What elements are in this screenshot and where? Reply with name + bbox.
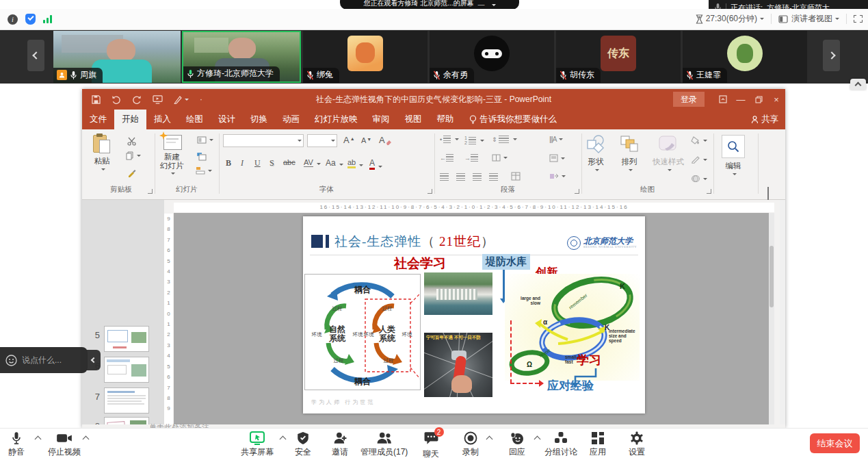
- video-tile[interactable]: 传东 胡传东: [556, 31, 681, 83]
- font-color-button[interactable]: A: [369, 158, 382, 170]
- increase-font-button[interactable]: A▲: [343, 135, 355, 145]
- new-slide-button[interactable]: 新建 幻灯片: [160, 133, 184, 177]
- align-right-button[interactable]: [473, 173, 482, 181]
- breakout-rooms-button[interactable]: 分组讨论: [544, 431, 577, 458]
- increase-indent-button[interactable]: →: [464, 154, 478, 162]
- clipboard-dialog-launcher[interactable]: [148, 189, 153, 194]
- manage-members-button[interactable]: 管理成员(17): [360, 431, 408, 458]
- font-name-combo[interactable]: [223, 134, 304, 147]
- share-button[interactable]: 共享: [751, 110, 778, 129]
- share-screen-button[interactable]: 共享屏幕: [241, 431, 274, 458]
- text-shadow-button[interactable]: S: [269, 158, 274, 168]
- text-direction-button[interactable]: |||A: [549, 136, 563, 143]
- edit-button[interactable]: 编辑: [722, 135, 745, 177]
- video-tile[interactable]: 王婕霏: [683, 31, 807, 83]
- tab-animations[interactable]: 动画: [275, 110, 307, 129]
- highlight-button[interactable]: ab: [347, 158, 363, 168]
- chat-button[interactable]: 2 聊天: [423, 431, 439, 458]
- qat-more-button[interactable]: ·: [200, 94, 202, 104]
- chat-quick-bar[interactable]: 说点什么...: [0, 347, 88, 373]
- smartart-button[interactable]: [549, 172, 566, 181]
- bullets-button[interactable]: •: [440, 136, 459, 143]
- align-center-button[interactable]: [456, 173, 465, 181]
- drawing-dialog-launcher[interactable]: [707, 189, 711, 194]
- char-spacing-button[interactable]: AV: [304, 158, 321, 167]
- numbering-button[interactable]: 12: [464, 136, 484, 145]
- align-text-button[interactable]: [549, 154, 565, 162]
- ink-tools-button[interactable]: [174, 95, 189, 104]
- paragraph-dialog-launcher[interactable]: [575, 189, 579, 194]
- video-tile[interactable]: 周旗: [53, 31, 181, 83]
- slide-thumbnail[interactable]: [104, 326, 149, 352]
- slide-thumbnail[interactable]: [104, 357, 149, 383]
- ribbon-display-options-button[interactable]: [714, 89, 732, 110]
- fullscreen-icon[interactable]: [854, 15, 863, 23]
- reaction-options-chevron[interactable]: [534, 436, 541, 443]
- align-left-button[interactable]: [440, 173, 449, 181]
- close-button[interactable]: ×: [767, 89, 785, 110]
- chevron-down-icon[interactable]: [835, 18, 839, 22]
- shape-effects-button[interactable]: [691, 175, 707, 183]
- strikethrough-button[interactable]: abc: [283, 158, 295, 166]
- chat-collapse-handle[interactable]: [86, 350, 101, 370]
- meeting-timer[interactable]: 27:30(60分钟): [706, 13, 757, 25]
- settings-button[interactable]: 设置: [629, 431, 645, 458]
- line-spacing-button[interactable]: ⇕: [492, 136, 517, 143]
- underline-button[interactable]: U: [254, 158, 261, 168]
- minimize-button[interactable]: —: [732, 89, 750, 110]
- tab-slideshow[interactable]: 幻灯片放映: [307, 110, 365, 129]
- view-mode[interactable]: 演讲者视图: [791, 13, 832, 25]
- security-button[interactable]: 安全: [295, 431, 311, 458]
- video-tile[interactable]: 余有勇: [430, 31, 554, 83]
- change-case-button[interactable]: Aa: [326, 158, 343, 168]
- tab-home[interactable]: 开始: [114, 110, 146, 129]
- tab-help[interactable]: 帮助: [430, 110, 462, 129]
- record-button[interactable]: 录制: [462, 431, 479, 458]
- reaction-button[interactable]: 回应: [509, 431, 525, 458]
- quick-styles-button[interactable]: 快速样式: [653, 135, 684, 173]
- add-table-button[interactable]: [511, 172, 521, 181]
- video-tile-active[interactable]: 方修琦-北京师范大学: [182, 31, 301, 83]
- video-options-chevron[interactable]: [83, 436, 90, 443]
- tell-me-box[interactable]: 告诉我你想要做什么: [462, 110, 565, 129]
- italic-button[interactable]: I: [241, 158, 244, 168]
- tab-design[interactable]: 设计: [211, 110, 243, 129]
- paste-button[interactable]: 粘贴: [93, 133, 111, 173]
- copy-button[interactable]: [126, 151, 141, 160]
- justify-button[interactable]: [489, 173, 498, 181]
- slide-thumbnail[interactable]: [104, 417, 149, 424]
- start-slideshow-icon[interactable]: [153, 95, 163, 104]
- format-painter-button[interactable]: [127, 168, 136, 180]
- reset-slide-button[interactable]: [197, 151, 207, 164]
- stop-video-button[interactable]: 停止视频: [48, 431, 81, 458]
- redo-icon[interactable]: [132, 95, 142, 104]
- end-meeting-button[interactable]: 结束会议: [810, 433, 860, 453]
- font-size-combo[interactable]: [307, 134, 337, 147]
- invite-button[interactable]: 邀请: [332, 431, 348, 458]
- info-icon[interactable]: i: [8, 14, 18, 25]
- mute-options-chevron[interactable]: [35, 436, 42, 443]
- layout-button[interactable]: [197, 136, 213, 144]
- ribbon-collapse-button[interactable]: [767, 187, 769, 199]
- bold-button[interactable]: B: [226, 158, 231, 168]
- decrease-indent-button[interactable]: ←: [440, 154, 453, 162]
- watching-banner[interactable]: 您正在观看方修琦 北京师范...的屏幕 —: [340, 0, 519, 10]
- login-button[interactable]: 登录: [673, 92, 705, 107]
- section-button[interactable]: [196, 166, 212, 175]
- tab-draw[interactable]: 绘图: [179, 110, 211, 129]
- restore-button[interactable]: [750, 89, 767, 110]
- arrange-button[interactable]: 排列: [620, 135, 639, 173]
- undo-icon[interactable]: [111, 95, 121, 104]
- slide-thumbnail[interactable]: [104, 387, 149, 414]
- canvas-scrollbar[interactable]: [769, 213, 774, 424]
- mute-button[interactable]: 静音: [8, 431, 25, 458]
- apps-button[interactable]: 应用: [590, 431, 606, 458]
- tab-view[interactable]: 视图: [397, 110, 430, 129]
- shapes-button[interactable]: 形状: [586, 135, 606, 173]
- tab-transitions[interactable]: 切换: [243, 110, 275, 129]
- strip-collapse-button[interactable]: [850, 79, 866, 90]
- save-icon[interactable]: [92, 95, 101, 104]
- security-shield-icon[interactable]: [25, 14, 36, 25]
- record-options-chevron[interactable]: [486, 436, 493, 443]
- decrease-font-button[interactable]: A▼: [361, 136, 371, 144]
